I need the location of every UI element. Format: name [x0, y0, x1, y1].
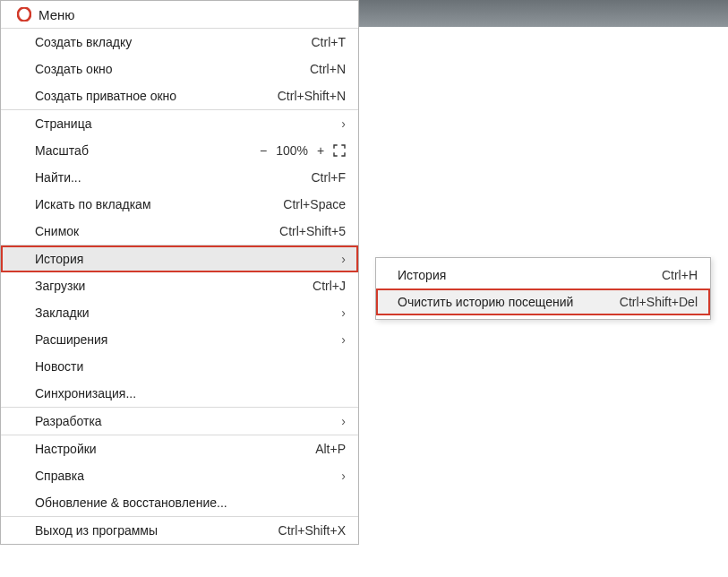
menu-item-label: Настройки: [35, 442, 308, 456]
menu-item-downloads[interactable]: Загрузки Ctrl+J: [1, 272, 358, 299]
zoom-out-button[interactable]: −: [256, 143, 270, 158]
menu-item-shortcut: Ctrl+N: [310, 62, 346, 76]
menu-item-create-window[interactable]: Создать окно Ctrl+N: [1, 56, 358, 82]
window-titlebar: [359, 0, 728, 27]
chevron-right-icon: ›: [335, 306, 346, 320]
menu-item-shortcut: Ctrl+T: [312, 35, 347, 49]
menu-item-label: История: [35, 252, 328, 266]
menu-item-tab-search[interactable]: Искать по вкладкам Ctrl+Space: [1, 191, 358, 218]
menu-item-find[interactable]: Найти... Ctrl+F: [1, 164, 358, 191]
menu-item-bookmarks[interactable]: Закладки ›: [1, 299, 358, 326]
menu-item-shortcut: Ctrl+Space: [283, 197, 346, 211]
svg-point-0: [18, 8, 30, 22]
menu-item-shortcut: Ctrl+J: [313, 279, 346, 293]
menu-item-label: История: [398, 268, 655, 282]
submenu-item-history[interactable]: История Ctrl+H: [376, 262, 710, 288]
menu-title: Меню: [39, 7, 75, 22]
menu-item-label: Расширения: [35, 332, 328, 347]
menu-item-label: Найти...: [35, 170, 304, 185]
menu-header: Меню: [1, 1, 358, 28]
menu-item-extensions[interactable]: Расширения ›: [1, 326, 358, 353]
zoom-in-button[interactable]: +: [313, 143, 328, 158]
menu-item-create-private[interactable]: Создать приватное окно Ctrl+Shift+N: [1, 82, 358, 109]
menu-item-label: Справка: [35, 469, 328, 483]
app-root: Меню Создать вкладку Ctrl+T Создать окно…: [0, 0, 728, 577]
menu-item-label: Страница: [35, 116, 328, 131]
menu-item-label: Создать вкладку: [35, 35, 304, 49]
menu-item-label: Закладки: [35, 306, 328, 320]
chevron-right-icon: ›: [335, 469, 346, 483]
menu-item-snapshot[interactable]: Снимок Ctrl+Shift+5: [1, 218, 358, 245]
history-submenu: История Ctrl+H Очистить историю посещени…: [375, 257, 711, 320]
chevron-right-icon: ›: [335, 332, 346, 347]
menu-item-help[interactable]: Справка ›: [1, 462, 358, 489]
menu-item-label: Разработка: [35, 414, 328, 428]
zoom-controls: − 100% +: [256, 143, 346, 158]
menu-item-label: Обновление & восстановление...: [35, 495, 346, 510]
menu-item-label: Создать приватное окно: [35, 89, 270, 103]
menu-item-news[interactable]: Новости: [1, 353, 358, 380]
menu-item-shortcut: Alt+P: [315, 442, 346, 456]
opera-logo-icon: [17, 7, 31, 22]
menu-item-shortcut: Ctrl+Shift+X: [278, 523, 346, 538]
menu-item-label: Масштаб: [35, 143, 256, 158]
chevron-right-icon: ›: [335, 116, 346, 131]
menu-item-sync[interactable]: Синхронизация...: [1, 380, 358, 407]
menu-item-create-tab[interactable]: Создать вкладку Ctrl+T: [1, 29, 358, 56]
submenu-item-clear-history[interactable]: Очистить историю посещений Ctrl+Shift+De…: [376, 288, 710, 315]
chevron-right-icon: ›: [335, 252, 346, 266]
menu-item-zoom[interactable]: Масштаб − 100% +: [1, 137, 358, 164]
fullscreen-icon[interactable]: [333, 144, 346, 157]
menu-item-label: Искать по вкладкам: [35, 197, 276, 211]
menu-item-shortcut: Ctrl+Shift+N: [278, 89, 346, 103]
menu-item-label: Очистить историю посещений: [398, 295, 612, 309]
menu-item-label: Новости: [35, 359, 346, 374]
menu-item-label: Выход из программы: [35, 523, 271, 538]
menu-item-label: Создать окно: [35, 62, 303, 76]
menu-item-update[interactable]: Обновление & восстановление...: [1, 489, 358, 516]
menu-item-shortcut: Ctrl+F: [312, 170, 347, 185]
zoom-value: 100%: [276, 143, 308, 158]
menu-item-label: Снимок: [35, 224, 272, 238]
menu-item-settings[interactable]: Настройки Alt+P: [1, 435, 358, 462]
menu-item-label: Загрузки: [35, 279, 305, 293]
menu-item-history[interactable]: История ›: [1, 245, 358, 272]
chevron-right-icon: ›: [335, 414, 346, 428]
menu-item-exit[interactable]: Выход из программы Ctrl+Shift+X: [1, 517, 358, 544]
menu-item-shortcut: Ctrl+Shift+Del: [620, 295, 698, 309]
menu-item-shortcut: Ctrl+H: [662, 268, 698, 282]
menu-item-page[interactable]: Страница ›: [1, 110, 358, 137]
menu-item-label: Синхронизация...: [35, 386, 346, 400]
menu-item-dev[interactable]: Разработка ›: [1, 408, 358, 435]
menu-item-shortcut: Ctrl+Shift+5: [279, 224, 346, 238]
main-menu: Меню Создать вкладку Ctrl+T Создать окно…: [0, 0, 359, 545]
